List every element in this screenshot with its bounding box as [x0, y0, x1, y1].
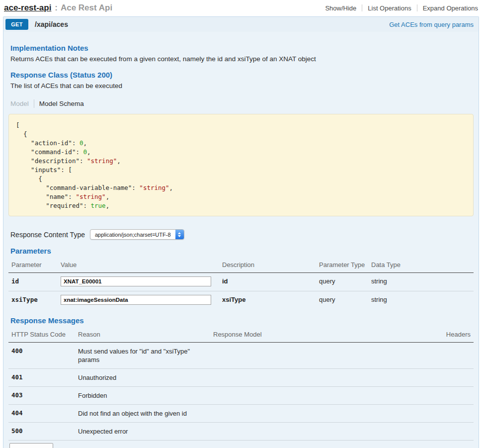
- code-token: "name":: [16, 193, 76, 200]
- list-operations-link[interactable]: List Operations: [368, 4, 411, 12]
- parameter-type: query: [319, 291, 371, 310]
- implementation-notes-heading: Implementation Notes: [10, 44, 472, 52]
- parameter-data-type: string: [371, 273, 474, 291]
- code-token: ,: [83, 139, 87, 147]
- code-line: "required": true,: [16, 201, 466, 210]
- parameter-description: xsiType: [222, 291, 319, 310]
- code-line: "description": "string",: [16, 157, 466, 166]
- operation-summary-link[interactable]: Get ACEs from query params: [389, 21, 474, 28]
- select-stepper-icon[interactable]: [175, 230, 184, 239]
- response-content-type-label: Response Content Type: [10, 231, 85, 239]
- code-token: "command-variable-name":: [16, 184, 139, 191]
- code-token-boolean: true: [91, 202, 106, 209]
- expand-operations-link[interactable]: Expand Operations: [423, 4, 478, 12]
- status-reason: Unauthorized: [78, 369, 213, 387]
- response-class-text: The list of ACEs that can be executed: [10, 82, 472, 90]
- headers-cell: [377, 405, 474, 423]
- code-token: ,: [87, 148, 91, 156]
- response-messages-heading: Response Messages: [10, 316, 472, 325]
- status-code: 404: [8, 405, 78, 423]
- code-line: "inputs": [: [16, 166, 466, 175]
- tab-divider: [34, 99, 34, 108]
- status-code: 403: [8, 387, 78, 405]
- endpoint-path-link[interactable]: /xapi/aces: [35, 20, 68, 28]
- response-model-cell: [213, 343, 377, 369]
- response-messages-header-row: HTTP Status Code Reason Response Model H…: [8, 328, 474, 343]
- operation-header-bar[interactable]: GET /xapi/aces Get ACEs from query param…: [3, 17, 479, 32]
- response-content-type-select[interactable]: application/json;charset=UTF-8: [90, 229, 184, 240]
- chevron-down-icon: [178, 235, 181, 237]
- code-token: ,: [169, 184, 173, 191]
- code-token: ,: [106, 202, 110, 209]
- api-title-separator: :: [55, 3, 58, 12]
- col-headers: Headers: [377, 328, 474, 343]
- code-line: [: [16, 121, 466, 130]
- code-token: [: [16, 121, 20, 129]
- code-token: "action-id":: [16, 139, 80, 147]
- code-token-number: 0: [83, 148, 87, 156]
- tab-model[interactable]: Model: [10, 100, 29, 107]
- col-http-status-code: HTTP Status Code: [8, 328, 78, 343]
- link-divider: [362, 4, 362, 11]
- response-row-400: 400 Must send values for "id" and "xsiTy…: [8, 343, 474, 369]
- code-line: "action-id": 0,: [16, 139, 466, 148]
- code-token: "inputs": [: [16, 166, 72, 174]
- implementation-notes-text: Returns ACEs that can be executed from a…: [10, 55, 472, 63]
- status-code: 500: [8, 423, 78, 441]
- chevron-up-icon: [178, 232, 181, 234]
- try-it-out-row: Try it out! Hide Response: [8, 443, 474, 448]
- response-content-type-row: Response Content Type application/json;c…: [10, 229, 472, 240]
- response-row-500: 500 Unexpected error: [8, 423, 474, 441]
- col-data-type: Data Type: [371, 258, 474, 273]
- col-parameter: Parameter: [8, 258, 61, 273]
- operation-block: GET /xapi/aces Get ACEs from query param…: [3, 16, 479, 448]
- response-messages-table: HTTP Status Code Reason Response Model H…: [8, 328, 474, 441]
- parameters-header-row: Parameter Value Description Parameter Ty…: [8, 258, 474, 273]
- parameter-xsitype-input[interactable]: [61, 295, 211, 305]
- code-token-string: "string": [139, 184, 169, 191]
- code-token: {: [16, 175, 42, 182]
- response-row-401: 401 Unauthorized: [8, 369, 474, 387]
- model-schema-code-block[interactable]: [ { "action-id": 0, "command-id": 0, "de…: [8, 114, 474, 216]
- headers-cell: [377, 343, 474, 369]
- code-token: ,: [106, 193, 110, 200]
- code-token: "required":: [16, 202, 91, 209]
- col-response-model: Response Model: [213, 328, 377, 343]
- tab-model-schema[interactable]: Model Schema: [39, 100, 84, 107]
- model-tabs: Model Model Schema: [10, 99, 472, 108]
- code-token-string: "string": [76, 193, 105, 200]
- parameter-id-input[interactable]: [61, 276, 211, 286]
- parameters-heading: Parameters: [10, 247, 472, 255]
- headers-cell: [377, 387, 474, 405]
- parameter-row-id: id id query string: [8, 273, 474, 291]
- code-token: ,: [117, 157, 121, 165]
- code-token: {: [16, 130, 27, 138]
- response-model-cell: [213, 369, 377, 387]
- parameter-name: id: [8, 273, 61, 291]
- col-description: Description: [222, 258, 319, 273]
- show-hide-link[interactable]: Show/Hide: [325, 4, 356, 12]
- status-code: 401: [8, 369, 78, 387]
- response-model-cell: [213, 405, 377, 423]
- response-model-cell: [213, 423, 377, 441]
- code-line: {: [16, 130, 466, 139]
- status-reason: Unexpected error: [78, 423, 213, 441]
- http-method-badge[interactable]: GET: [5, 19, 28, 30]
- code-line: "name": "string",: [16, 192, 466, 201]
- try-it-out-button[interactable]: Try it out!: [9, 443, 53, 448]
- response-row-403: 403 Forbidden: [8, 387, 474, 405]
- code-token: "command-id":: [16, 148, 83, 156]
- header-links: Show/Hide List Operations Expand Operati…: [325, 4, 478, 12]
- api-header: ace-rest-api : Ace Rest Api Show/Hide Li…: [3, 2, 479, 16]
- status-reason: Must send values for "id" and "xsiType" …: [78, 347, 206, 364]
- parameter-row-xsitype: xsiType xsiType query string: [8, 291, 474, 310]
- operation-content: Implementation Notes Returns ACEs that c…: [3, 32, 479, 448]
- headers-cell: [377, 369, 474, 387]
- col-reason: Reason: [78, 328, 213, 343]
- status-code: 400: [8, 343, 78, 369]
- response-row-404: 404 Did not find an object with the give…: [8, 405, 474, 423]
- status-reason: Did not find an object with the given id: [78, 405, 213, 423]
- code-token: "description":: [16, 157, 87, 165]
- col-value: Value: [61, 258, 222, 273]
- api-name-link[interactable]: ace-rest-api: [4, 3, 51, 12]
